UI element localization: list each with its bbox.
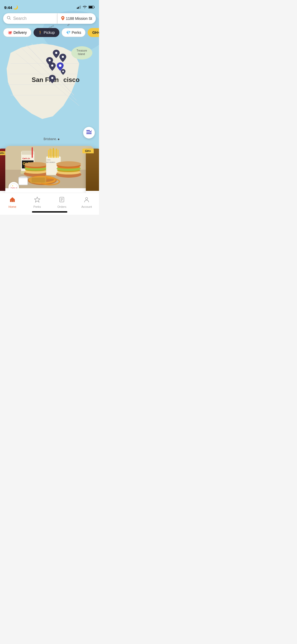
svg-text:Treasure: Treasure bbox=[77, 49, 87, 52]
svg-point-29 bbox=[58, 139, 59, 140]
account-nav-icon bbox=[84, 197, 89, 204]
svg-rect-32 bbox=[79, 6, 80, 9]
filter-buttons: 🐙 Delivery 🚶 Pickup 💎 Perks GH+ bbox=[0, 28, 99, 37]
svg-text:CRIS: CRIS bbox=[47, 159, 50, 161]
perks-label: Perks bbox=[72, 30, 81, 35]
ghplus-filter-btn[interactable]: GH+ bbox=[88, 28, 99, 37]
svg-rect-71 bbox=[58, 150, 59, 158]
location-pin-icon bbox=[61, 16, 64, 21]
svg-rect-42 bbox=[86, 133, 92, 134]
status-bar: 9:44 🌙 bbox=[0, 0, 99, 12]
svg-rect-66 bbox=[50, 149, 51, 158]
delivery-icon: 🐙 bbox=[8, 30, 12, 35]
battery-icon bbox=[88, 5, 95, 10]
svg-point-23 bbox=[59, 64, 62, 67]
svg-point-25 bbox=[51, 65, 53, 67]
pickup-icon: 🚶 bbox=[38, 30, 43, 35]
time-label: 9:44 bbox=[4, 5, 12, 10]
svg-rect-70 bbox=[56, 149, 57, 158]
account-nav-label: Account bbox=[81, 205, 92, 208]
status-icons bbox=[77, 5, 95, 10]
svg-text:Carl's Jr: Carl's Jr bbox=[11, 187, 17, 188]
svg-point-22 bbox=[62, 56, 64, 58]
svg-point-37 bbox=[7, 16, 10, 19]
svg-rect-33 bbox=[80, 6, 81, 9]
svg-point-21 bbox=[55, 52, 57, 54]
svg-point-26 bbox=[62, 71, 64, 72]
signal-icon bbox=[77, 5, 81, 10]
pickup-label: Pickup bbox=[44, 30, 55, 35]
location-selector[interactable]: 1188 Mission St bbox=[58, 13, 96, 24]
svg-point-39 bbox=[62, 17, 64, 18]
orders-nav-label: Orders bbox=[58, 205, 67, 208]
perks-nav-label: Perks bbox=[34, 205, 41, 208]
pickup-filter-btn[interactable]: 🚶 Pickup bbox=[34, 28, 59, 37]
delivery-label: Delivery bbox=[13, 30, 27, 35]
svg-line-38 bbox=[10, 19, 11, 20]
home-label: Home bbox=[8, 205, 16, 208]
svg-rect-41 bbox=[86, 132, 92, 132]
search-input-wrapper[interactable]: Search bbox=[3, 13, 58, 24]
perks-nav-icon bbox=[34, 197, 40, 204]
moon-icon: 🌙 bbox=[13, 5, 18, 10]
svg-rect-69 bbox=[54, 149, 55, 158]
svg-rect-65 bbox=[48, 150, 49, 158]
nav-perks[interactable]: Perks bbox=[25, 196, 50, 208]
svg-marker-91 bbox=[34, 197, 40, 202]
svg-rect-36 bbox=[89, 6, 93, 8]
status-time: 9:44 🌙 bbox=[4, 5, 18, 10]
svg-rect-90 bbox=[12, 200, 13, 202]
ghplus-label: GH+ bbox=[92, 30, 99, 35]
svg-rect-86 bbox=[32, 178, 45, 182]
nav-home[interactable]: Home bbox=[0, 196, 25, 208]
search-placeholder: Search bbox=[13, 16, 54, 21]
svg-point-61 bbox=[24, 162, 47, 167]
svg-rect-54 bbox=[32, 147, 33, 158]
search-bar[interactable]: Search 1188 Mission St bbox=[0, 13, 99, 24]
list-view-button[interactable] bbox=[83, 127, 95, 139]
home-icon bbox=[9, 197, 16, 204]
list-view-icon bbox=[86, 130, 92, 136]
delivery-filter-btn[interactable]: 🐙 Delivery bbox=[3, 28, 31, 37]
svg-text:Island: Island bbox=[78, 53, 85, 56]
svg-rect-31 bbox=[78, 7, 79, 9]
svg-rect-35 bbox=[94, 7, 95, 8]
wifi-icon bbox=[83, 5, 87, 10]
ghplus-badge-card: GH+ bbox=[82, 149, 94, 153]
nav-orders[interactable]: Orders bbox=[50, 196, 74, 208]
svg-point-78 bbox=[56, 161, 81, 167]
nav-account[interactable]: Account bbox=[74, 196, 99, 208]
svg-point-96 bbox=[86, 197, 88, 200]
location-label: 1188 Mission St bbox=[66, 16, 92, 21]
svg-text:Carl's Jr.: Carl's Jr. bbox=[22, 158, 30, 159]
perks-icon: 💎 bbox=[66, 30, 70, 35]
home-indicator bbox=[32, 211, 67, 213]
svg-text:Brisbane.: Brisbane. bbox=[44, 137, 57, 141]
card-image: Carl's Jr. OLD H CRIS HOT CRUNCH bbox=[5, 146, 94, 188]
search-icon bbox=[7, 16, 11, 21]
svg-rect-67 bbox=[51, 149, 52, 158]
svg-point-27 bbox=[51, 77, 53, 79]
svg-rect-68 bbox=[53, 148, 54, 158]
svg-rect-84 bbox=[19, 178, 27, 185]
svg-rect-30 bbox=[77, 8, 78, 9]
svg-text:cisco: cisco bbox=[63, 76, 79, 83]
svg-text:HOT CRUNCH: HOT CRUNCH bbox=[46, 162, 55, 163]
orders-nav-icon bbox=[59, 197, 65, 204]
svg-point-24 bbox=[49, 59, 51, 61]
perks-filter-btn[interactable]: 💎 Perks bbox=[62, 28, 86, 37]
